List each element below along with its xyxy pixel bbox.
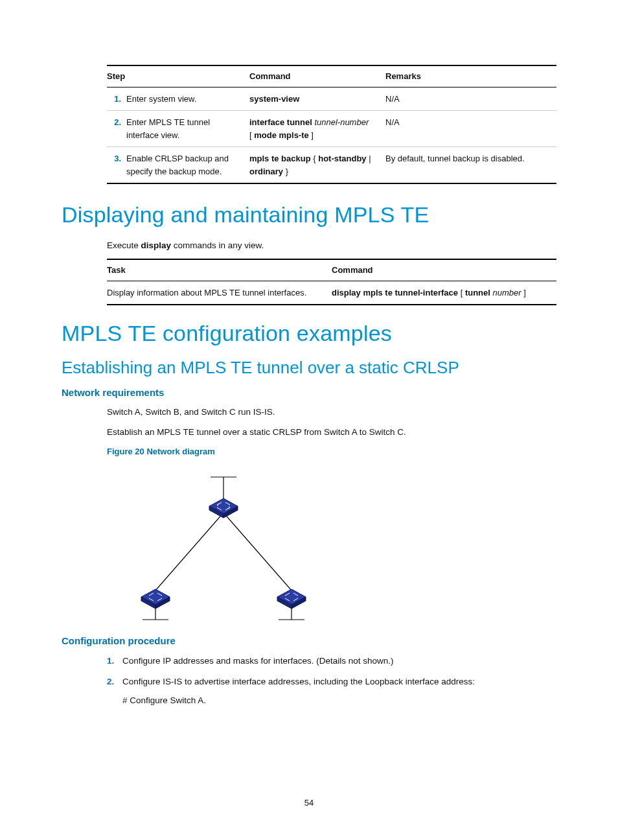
step-desc: Enable CRLSP backup and specify the back… [126, 147, 249, 184]
heading-netreq: Network requirements [62, 387, 556, 398]
table-row: 2. Enter MPLS TE tunnel interface view. … [107, 111, 556, 147]
step-number: 1. [107, 87, 126, 111]
step-remarks: By default, tunnel backup is disabled. [385, 147, 556, 184]
page-number: 54 [0, 798, 618, 808]
task-command: display mpls te tunnel-interface [ tunne… [332, 281, 556, 305]
procedure-list: 1. Configure IP addresses and masks for … [62, 654, 556, 708]
step-number: 3. [107, 147, 126, 184]
list-item: 2. Configure IS-IS to advertise interfac… [107, 675, 556, 708]
figure-caption: Figure 20 Network diagram [107, 445, 556, 458]
heading-procedure: Configuration procedure [62, 635, 556, 646]
exec-text: Execute display commands in any view. [107, 239, 556, 252]
table-row: 1. Enter system view. system-view N/A [107, 87, 556, 111]
netreq-p2: Establish an MPLS TE tunnel over a stati… [107, 426, 556, 439]
steps-table: Step Command Remarks 1. Enter system vie… [107, 65, 556, 184]
col-task: Task [107, 259, 332, 281]
task-desc: Display information about MPLS TE tunnel… [107, 281, 332, 305]
network-diagram [120, 464, 327, 626]
item-number: 2. [107, 675, 114, 689]
heading-establishing: Establishing an MPLS TE tunnel over a st… [62, 358, 556, 378]
task-table: Task Command Display information about M… [107, 259, 556, 305]
netreq-p1: Switch A, Switch B, and Switch C run IS-… [107, 406, 556, 419]
item-number: 1. [107, 654, 114, 668]
step-remarks: N/A [385, 87, 556, 111]
table-row: 3. Enable CRLSP backup and specify the b… [107, 147, 556, 184]
step-desc: Enter system view. [126, 87, 249, 111]
step-command: system-view [249, 87, 385, 111]
col-remarks: Remarks [385, 65, 556, 87]
col-command: Command [249, 65, 385, 87]
item-sub: # Configure Switch A. [122, 694, 556, 708]
step-command: interface tunnel tunnel-number [ mode mp… [249, 111, 385, 147]
svg-line-2 [155, 513, 223, 590]
col-step: Step [107, 65, 249, 87]
heading-displaying: Displaying and maintaining MPLS TE [62, 202, 556, 228]
col-command: Command [332, 259, 556, 281]
table-row: Display information about MPLS TE tunnel… [107, 281, 556, 305]
heading-examples: MPLS TE configuration examples [62, 321, 556, 346]
item-text: Configure IS-IS to advertise interface a… [122, 677, 475, 686]
step-remarks: N/A [385, 111, 556, 147]
step-number: 2. [107, 111, 126, 147]
svg-line-3 [223, 513, 292, 590]
step-desc: Enter MPLS TE tunnel interface view. [126, 111, 249, 147]
step-command: mpls te backup { hot-standby | ordinary … [249, 147, 385, 184]
item-text: Configure IP addresses and masks for int… [122, 656, 393, 666]
list-item: 1. Configure IP addresses and masks for … [107, 654, 556, 668]
